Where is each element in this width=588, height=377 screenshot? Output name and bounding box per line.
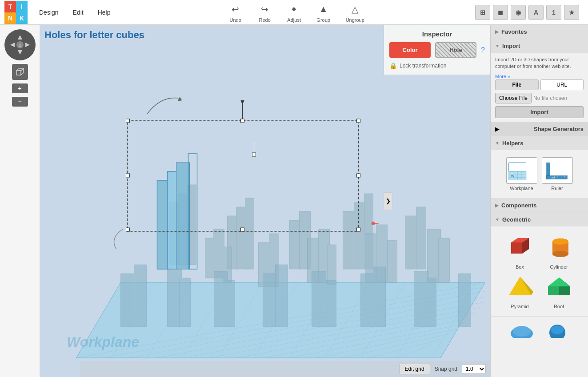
components-arrow: ▶ xyxy=(495,203,499,208)
ungroup-icon: △ xyxy=(348,2,362,16)
shape-generators-header[interactable]: ▶ Shape Generators xyxy=(491,122,588,136)
ruler-helper-img: mm xyxy=(542,157,573,184)
ungroup-label: Ungroup xyxy=(346,17,364,23)
svg-point-120 xyxy=(552,238,568,245)
svg-rect-73 xyxy=(276,265,288,327)
one-view-btn[interactable]: 1 xyxy=(546,5,561,20)
svg-rect-77 xyxy=(373,267,386,327)
grid-view-btn[interactable]: ⊞ xyxy=(475,5,490,20)
zoom-in-btn[interactable]: + xyxy=(12,83,28,93)
redo-label: Redo xyxy=(259,17,271,23)
geometric-header[interactable]: ▼ Geometric xyxy=(491,213,588,226)
sphere-view-btn[interactable]: ◉ xyxy=(511,5,526,20)
undo-label: Undo xyxy=(230,17,241,23)
edit-menu[interactable]: Edit xyxy=(66,5,91,20)
favorites-arrow: ▶ xyxy=(495,29,499,34)
geo-roof[interactable]: Roof xyxy=(541,273,577,309)
geo-roof-label: Roof xyxy=(554,304,564,309)
star-view-btn[interactable]: ★ xyxy=(564,5,579,20)
svg-rect-41 xyxy=(245,198,254,269)
helpers-arrow: ▼ xyxy=(495,141,500,146)
design-menu[interactable]: Design xyxy=(32,5,66,20)
svg-point-119 xyxy=(552,251,568,257)
svg-marker-9 xyxy=(21,68,24,75)
import-tab-file[interactable]: File xyxy=(495,79,539,90)
helpers-content: W Workplane xyxy=(491,150,588,198)
import-tab-url[interactable]: URL xyxy=(540,79,584,90)
svg-rect-94 xyxy=(252,153,256,156)
lock-row: 🔒 Lock transformation xyxy=(389,62,485,69)
svg-rect-7 xyxy=(16,71,21,75)
geo-cylinder[interactable]: Cylinder xyxy=(541,234,577,270)
help-menu[interactable]: Help xyxy=(91,5,118,20)
redo-button[interactable]: ↪ Redo xyxy=(252,0,277,24)
helpers-title: Helpers xyxy=(502,140,524,147)
group-icon: ▲ xyxy=(316,2,331,16)
navigation-control[interactable]: ⌂ xyxy=(4,29,36,60)
main-area: ⌂ + − Holes for letter cubes ? xyxy=(0,25,588,377)
workplane-helper-label: Workplane xyxy=(510,186,533,191)
letter-view-btn[interactable]: A xyxy=(528,5,544,20)
zoom-out-btn[interactable]: − xyxy=(12,97,28,107)
adjust-label: Adjust xyxy=(287,17,301,23)
undo-icon: ↩ xyxy=(228,2,243,16)
logo-k: K xyxy=(16,12,28,24)
ungroup-button[interactable]: △ Ungroup xyxy=(340,0,370,24)
svg-rect-63 xyxy=(388,240,397,282)
shape-generators-section: ▶ Shape Generators xyxy=(491,122,588,136)
helpers-header[interactable]: ▼ Helpers xyxy=(491,136,588,150)
snap-select[interactable]: 1.0 0.5 0.25 2.0 xyxy=(462,364,486,374)
snap-grid-label: Snap grid xyxy=(435,366,457,372)
toolbar-right: ⊞ ◼ ◉ A 1 ★ xyxy=(475,5,584,20)
svg-rect-45 xyxy=(354,202,365,269)
favorites-header[interactable]: ▶ Favorites xyxy=(491,25,588,39)
geometric-title: Geometric xyxy=(502,216,531,223)
components-header[interactable]: ▶ Components xyxy=(491,198,588,212)
favorites-title: Favorites xyxy=(501,28,527,35)
import-more-link[interactable]: More » xyxy=(495,74,510,79)
ruler-helper[interactable]: mm Ruler xyxy=(542,157,573,191)
geometric-section: ▼ Geometric Box xyxy=(491,213,588,317)
import-header[interactable]: ▼ Import xyxy=(491,39,588,53)
geo-pyramid[interactable]: Pyramid xyxy=(502,273,538,309)
svg-rect-84 xyxy=(126,228,130,231)
logo-t: T xyxy=(4,1,16,12)
svg-rect-83 xyxy=(357,119,360,123)
adjust-icon: ✦ xyxy=(287,2,301,16)
bottom-bar: Edit grid Snap grid 1.0 0.5 0.25 2.0 xyxy=(80,361,490,377)
group-button[interactable]: ▲ Group xyxy=(311,0,336,24)
undo-button[interactable]: ↩ Undo xyxy=(223,0,248,24)
svg-rect-48 xyxy=(416,207,426,269)
favorites-section: ▶ Favorites xyxy=(491,25,588,39)
toolbar-center: ↩ Undo ↪ Redo ✦ Adjust ▲ Group △ Ungroup xyxy=(118,0,475,24)
perspective-btn[interactable] xyxy=(12,64,28,80)
svg-rect-75 xyxy=(325,280,336,327)
edit-grid-btn[interactable]: Edit grid xyxy=(399,364,430,374)
svg-marker-92 xyxy=(178,97,182,101)
svg-rect-54 xyxy=(213,229,224,278)
workplane-helper[interactable]: W Workplane xyxy=(506,157,537,191)
inspector-help-icon[interactable]: ? xyxy=(481,46,485,54)
svg-rect-86 xyxy=(241,119,244,123)
svg-rect-89 xyxy=(357,174,360,177)
adjust-button[interactable]: ✦ Adjust xyxy=(282,0,307,24)
topbar: T I N K Design Edit Help ↩ Undo ↪ Redo ✦… xyxy=(0,0,588,25)
svg-rect-80 xyxy=(459,274,471,327)
sidebar-collapse-btn[interactable]: ❯ xyxy=(384,192,392,210)
import-section: ▼ Import Import 2D or 3D shapes from you… xyxy=(491,39,588,122)
scene-svg[interactable] xyxy=(40,25,490,377)
inspector-title: Inspector xyxy=(389,30,485,38)
geo-box[interactable]: Box xyxy=(502,234,538,270)
lock-icon: 🔒 xyxy=(389,62,397,69)
hole-button[interactable]: Hole xyxy=(435,42,476,58)
canvas-area[interactable]: Holes for letter cubes ? xyxy=(40,25,490,377)
import-submit-button[interactable]: Import xyxy=(495,106,584,118)
import-content: Import 2D or 3D shapes from your compute… xyxy=(491,53,588,122)
helpers-section: ▼ Helpers W xyxy=(491,136,588,198)
choose-file-button[interactable]: Choose File xyxy=(495,93,532,103)
choose-file-row: Choose File No file chosen xyxy=(495,93,584,103)
workplane-helper-img: W xyxy=(506,157,537,184)
cube-view-btn[interactable]: ◼ xyxy=(493,5,508,20)
svg-rect-74 xyxy=(312,271,326,327)
color-button[interactable]: Color xyxy=(389,42,431,58)
